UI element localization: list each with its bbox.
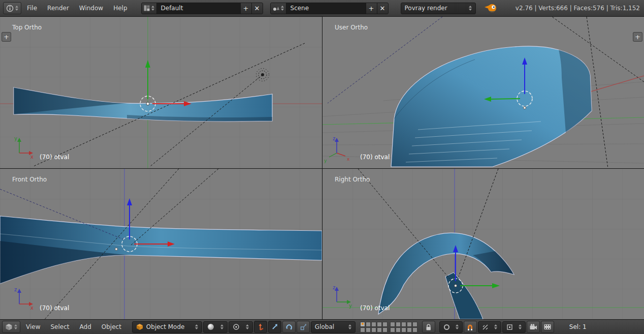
top-header: File Render Window Help Default + ✕ Scen… (0, 0, 644, 17)
browse-screens-button[interactable] (142, 3, 157, 14)
screen-name-field[interactable]: Default (157, 3, 240, 14)
layer-button[interactable] (360, 327, 365, 332)
layer-button[interactable] (396, 322, 401, 327)
viewport-editor-icon (5, 323, 13, 331)
screen-layout-icon (144, 5, 150, 11)
opengl-render-button[interactable] (527, 321, 540, 333)
menu-select[interactable]: Select (46, 323, 74, 330)
viewport-right[interactable]: z y Right Ortho (70) otval (323, 169, 644, 319)
view-name-label: Top Ortho (12, 24, 42, 31)
chevron-updown-icon (14, 324, 17, 329)
rotate-manipulator-button[interactable] (282, 321, 296, 333)
svg-text:y: y (324, 158, 327, 163)
snap-target-dropdown[interactable] (502, 321, 526, 333)
lock-icon (425, 323, 432, 331)
lock-to-scene-button[interactable] (422, 321, 435, 333)
menu-view[interactable]: View (21, 323, 45, 330)
editor-type-button-info[interactable] (3, 2, 21, 14)
chevron-updown-icon (15, 6, 18, 11)
chevron-updown-icon (220, 324, 223, 329)
layer-button[interactable] (377, 327, 382, 332)
layer-button[interactable] (396, 327, 401, 332)
layer-button[interactable] (412, 322, 417, 327)
viewport-front[interactable]: z x Front Ortho (70) otval (0, 169, 322, 319)
active-object-label: (70) otval (360, 305, 390, 312)
area-splitter-horizontal[interactable] (0, 168, 644, 169)
scene-name-field[interactable]: Scene (286, 3, 366, 14)
layer-button[interactable] (407, 327, 412, 332)
layer-button[interactable] (390, 322, 395, 327)
menu-file[interactable]: File (22, 5, 42, 12)
chevron-updown-icon (151, 6, 154, 11)
menu-help[interactable]: Help (109, 5, 132, 12)
chevron-updown-icon (195, 324, 198, 329)
menu-object[interactable]: Object (97, 323, 126, 330)
layer-button[interactable] (366, 322, 371, 327)
transform-orientation-dropdown[interactable]: Global (311, 321, 356, 333)
pivot-point-dropdown[interactable] (229, 321, 253, 333)
pivot-icon (233, 323, 240, 330)
layer-button[interactable] (371, 322, 376, 327)
selection-stat: Sel: 1 (569, 323, 587, 330)
layer-group-1 (360, 322, 388, 332)
menu-window[interactable]: Window (75, 5, 108, 12)
layer-button[interactable] (390, 327, 395, 332)
expand-properties-button[interactable]: + (633, 32, 642, 42)
mode-dropdown-content: Object Mode (136, 323, 185, 330)
layer-button[interactable] (377, 322, 382, 327)
opengl-render-anim-button[interactable] (541, 321, 554, 333)
viewport-front-canvas[interactable]: z x (0, 169, 322, 319)
snap-toggle-button[interactable] (464, 321, 477, 333)
scene-selector: Scene + ✕ (270, 3, 389, 14)
view-name-label: Right Ortho (335, 176, 370, 183)
layer-button[interactable] (360, 322, 365, 327)
snap-element-dropdown[interactable] (478, 321, 501, 333)
menu-add[interactable]: Add (75, 323, 96, 330)
viewport-right-canvas[interactable]: z y (323, 169, 644, 319)
snap-target-icon (506, 324, 513, 330)
layer-button[interactable] (407, 322, 412, 327)
add-screen-button[interactable]: + (240, 3, 251, 14)
layer-group-2 (390, 322, 417, 332)
layer-button[interactable] (382, 322, 388, 327)
delete-scene-button[interactable]: ✕ (377, 3, 388, 14)
chevron-updown-icon (456, 324, 459, 329)
scale-manipulator-button[interactable] (297, 321, 310, 333)
snap-element-icon (482, 324, 489, 330)
viewport-top[interactable]: y x Top Ortho (70) otval + (0, 17, 322, 168)
layer-button[interactable] (412, 327, 417, 332)
chevron-updown-icon (494, 324, 497, 329)
render-engine-label: Povray render (405, 5, 447, 12)
chevron-updown-icon (348, 324, 351, 329)
browse-scenes-button[interactable] (271, 3, 286, 14)
layer-button[interactable] (401, 322, 406, 327)
bottom-header: View Select Add Object Object Mode (0, 319, 644, 334)
info-editor-icon (6, 5, 14, 12)
svg-text:z: z (333, 136, 335, 141)
shading-sphere-icon (207, 323, 214, 330)
viewport-shading-dropdown[interactable] (203, 321, 228, 333)
viewport-user[interactable]: z y x User Ortho (70) otval + (323, 17, 644, 168)
svg-text:z: z (333, 285, 335, 290)
viewport-user-canvas[interactable]: z y x (323, 17, 644, 168)
add-scene-button[interactable]: + (366, 3, 377, 14)
layer-button[interactable] (382, 327, 388, 332)
delete-screen-button[interactable]: ✕ (251, 3, 263, 14)
layer-button[interactable] (371, 327, 376, 332)
editor-type-button-3dview[interactable] (2, 321, 20, 333)
expand-toolshelf-button[interactable]: + (2, 32, 11, 42)
layer-button[interactable] (366, 327, 371, 332)
view-name-label: User Ortho (335, 24, 368, 31)
render-engine-dropdown[interactable]: Povray render (401, 3, 476, 14)
viewport-top-canvas[interactable]: y x (0, 17, 322, 168)
mode-dropdown[interactable]: Object Mode (132, 321, 202, 333)
magnet-icon (466, 323, 474, 331)
translate-manipulator-button[interactable] (268, 321, 281, 333)
manipulator-toggle-button[interactable] (254, 321, 267, 333)
proportional-edit-dropdown[interactable] (439, 321, 463, 333)
svg-text:z: z (14, 287, 17, 292)
svg-text:x: x (30, 305, 34, 311)
menu-render[interactable]: Render (43, 5, 74, 12)
layer-button[interactable] (401, 327, 406, 332)
chevron-updown-icon (469, 6, 472, 11)
